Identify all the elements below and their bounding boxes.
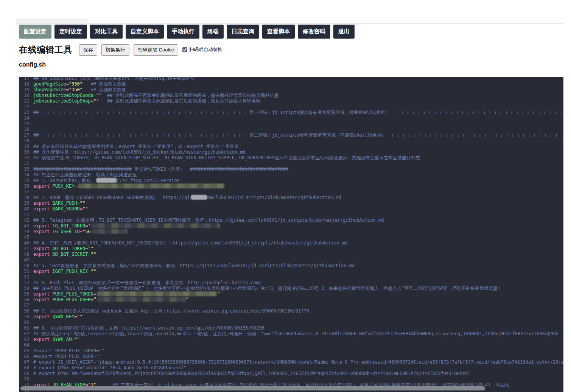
- redacted-value: [92, 229, 128, 234]
- code-line: 34## 想通过什么渠道收取通知，就填入对应渠道的值: [19, 172, 563, 178]
- code-line: 41: [19, 212, 563, 218]
- nav-button[interactable]: 手动执行: [167, 25, 199, 39]
- browser-chrome-strip-left: [16, 19, 88, 23]
- line-number: 20: [19, 93, 30, 98]
- code-token: ## 遇到此店铺不再取关此店铺以及它后面的店铺，请从头开始输入店铺名称: [107, 98, 261, 104]
- code-token: export: [33, 223, 53, 229]
- code-line: 30## 其他变量详见：https://gitee.com/lxk0301/jd…: [19, 149, 563, 155]
- nav: 配置设定定时设定对比工具自定义脚本手动执行终端日志查询查看脚本修改密码退出: [19, 25, 355, 39]
- nav-button[interactable]: 修改密码: [298, 25, 330, 39]
- redacted-value: [97, 291, 217, 296]
- save-button[interactable]: 保存: [79, 44, 97, 56]
- auto-replace-option[interactable]: 扫码后自动替换: [182, 47, 222, 53]
- code-token: export: [33, 201, 53, 206]
- nav-button[interactable]: 配置设定: [19, 25, 51, 39]
- code-token: # export JD_USER_AGENT="jdapp;android;9.…: [33, 359, 563, 365]
- code-line: 21jdUnsubscribeStopShop="" ## 遇到此店铺不再取关此…: [19, 98, 563, 104]
- code-line: 51export IGOT_PUSH_KEY="": [19, 269, 563, 274]
- scan-cookie-button[interactable]: 扫码获取 Cookie: [134, 44, 178, 56]
- code-token: "350": [69, 81, 82, 87]
- code-line: 36export PUSH_KEY=: [19, 184, 563, 189]
- redacted-value: [92, 223, 220, 228]
- toggle-wrap-button[interactable]: 切换换行: [101, 44, 129, 56]
- code-token: ## ↓ ↓ ↓ ↓ ↓ ↓ ↓ ↓ ↓ ↓ ↓ ↓ ↓ ↓ ↓ ↓ ↓ ↓ ↓…: [33, 132, 563, 138]
- auto-replace-checkbox[interactable]: [182, 47, 187, 52]
- code-token: ## 6. Push Plus，微信扫码登录后一对一推送或一对多推送，参考文档：…: [33, 280, 261, 285]
- code-token: export: [33, 314, 53, 319]
- line-number: 29: [19, 144, 30, 149]
- line-number: 68: [19, 365, 30, 371]
- code-token: #################################### 定义通…: [33, 166, 288, 172]
- code-token: [82, 87, 91, 92]
- nav-button[interactable]: 自定义脚本: [126, 25, 164, 39]
- code-editor[interactable]: 17## UN_SUBSCRIBES（选填，由脚本去export，无需在conf…: [19, 77, 563, 392]
- code-line: 52: [19, 274, 563, 280]
- code-line: 38## 2. BARK，教程（看BARK_PUSH和BARK_SOUND的说明…: [19, 195, 563, 201]
- code-token: jdUnsubscribeStopGoods: [33, 93, 93, 98]
- code-line: 58## 7. 企业微信机器人消息推送 webhook 后面的 key，文档：h…: [19, 308, 563, 314]
- code-token: BARK_PUSH: [53, 201, 77, 206]
- code-line: 20jdUnsubscribeStopGoods="" ## 遇到此商品不再取关…: [19, 93, 563, 98]
- code-token: # export QYWX_KEY="adcb27d1-28c4-4abb-8e…: [33, 365, 187, 370]
- code-token: ## 店铺取关数量: [91, 87, 126, 92]
- line-number: 62: [19, 331, 30, 337]
- code-line: 63export QYWX_AM="": [19, 337, 563, 342]
- line-number: 36: [19, 184, 30, 189]
- code-line: 55export PUSH_PLUS_TOKEN=”: [19, 291, 563, 297]
- line-number: 67: [19, 359, 30, 365]
- line-number: 51: [19, 269, 30, 274]
- code-line: 40export BARK_SOUND="": [19, 206, 563, 212]
- code-token: export: [33, 206, 53, 212]
- line-number: 61: [19, 325, 30, 331]
- line-number: 23: [19, 110, 30, 115]
- code-token: QYWX_AM: [53, 337, 72, 342]
- line-number: 21: [19, 98, 30, 104]
- line-number: 63: [19, 337, 30, 342]
- nav-button[interactable]: 退出: [333, 25, 355, 39]
- code-token: ## 1. ServerChan，教程：: [33, 178, 95, 183]
- code-token: export: [33, 337, 53, 342]
- line-number: 17: [19, 77, 30, 81]
- code-token: "": [77, 314, 82, 319]
- code-token: om/lxk0301/jd_scripts/blob/master/github…: [207, 195, 341, 200]
- line-number: 46: [19, 240, 30, 246]
- code-token: PUSH_PLUS_TOKEN: [53, 291, 93, 297]
- line-number: 66: [19, 354, 30, 359]
- code-token: =: [80, 206, 82, 212]
- page-title: 在线编辑工具: [19, 44, 72, 56]
- nav-button[interactable]: 查看脚本: [262, 25, 295, 39]
- code-line: 45: [19, 235, 563, 240]
- code-token: =: [77, 201, 80, 206]
- code-token: ## UN_SUBSCRIBES（选填，由脚本去export，无需在config…: [33, 77, 198, 81]
- line-number: 65: [19, 348, 30, 354]
- code-line: 64: [19, 342, 563, 348]
- code-token: =: [88, 252, 91, 257]
- code-token: export: [33, 229, 53, 234]
- code-token: DD_BOT_SECRET: [53, 252, 88, 257]
- code-token: =: [91, 297, 93, 302]
- code-line: 66#export PUSH_PLUS_USER="": [19, 354, 563, 359]
- code-line: 69# export QYWX_AM="wwe5abaf787bf6cec6,r…: [19, 371, 563, 376]
- code-token: "56: [82, 229, 91, 234]
- code-token: =: [74, 314, 77, 319]
- nav-button[interactable]: 终端: [202, 25, 224, 39]
- nav-button[interactable]: 日志查询: [227, 25, 259, 39]
- code-token: TG_USER_ID: [53, 229, 80, 234]
- nav-button[interactable]: 定时设定: [54, 25, 87, 39]
- redacted-value: [96, 178, 117, 183]
- code-token: =: [85, 223, 88, 229]
- code-token: "": [91, 269, 96, 274]
- line-number: 60: [19, 320, 30, 325]
- redacted-value: [97, 297, 186, 302]
- code-token: "": [88, 246, 93, 251]
- code-token: QYWX_KEY: [53, 314, 75, 319]
- code-token: =: [74, 184, 77, 189]
- code-token: =: [91, 98, 93, 104]
- nav-button[interactable]: 对比工具: [90, 25, 123, 39]
- code-line: 43export TG_BOT_TOKEN=': [19, 223, 563, 229]
- line-number: 27: [19, 132, 30, 138]
- line-number: 33: [19, 166, 30, 172]
- horizontal-scrollbar-thumb[interactable]: [20, 386, 485, 390]
- code-token: ## 8. 企业微信应用消息推送的值，文档：https://work.weixi…: [33, 325, 264, 331]
- code-token: ': [88, 223, 91, 229]
